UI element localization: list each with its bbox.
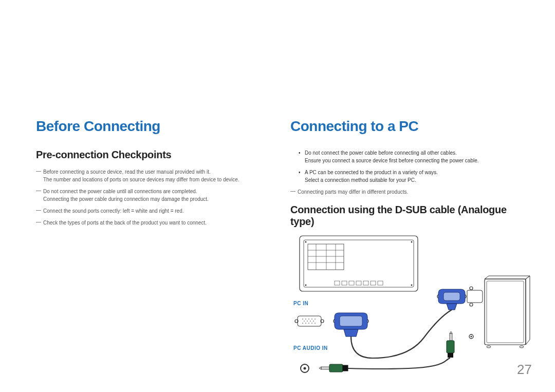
- svg-rect-51: [329, 364, 343, 372]
- svg-point-24: [470, 287, 473, 290]
- heading-connecting-pc: Connecting to a PC: [290, 118, 524, 135]
- svg-rect-52: [343, 365, 348, 371]
- heading-before-connecting: Before Connecting: [36, 118, 270, 135]
- svg-rect-9: [335, 281, 340, 285]
- svg-rect-20: [485, 279, 526, 345]
- left-column: Before Connecting Pre-connection Checkpo…: [36, 118, 270, 371]
- svg-point-43: [314, 323, 316, 324]
- svg-rect-55: [448, 353, 453, 358]
- svg-point-39: [302, 323, 303, 324]
- note-item: Before connecting a source device, read …: [36, 168, 270, 183]
- diagram-svg: [290, 235, 532, 392]
- audio-jack-left-icon: [319, 364, 348, 372]
- audio-port-product-icon: [301, 364, 309, 372]
- audio-jack-right-icon: [447, 331, 454, 358]
- svg-rect-53: [450, 333, 452, 341]
- svg-rect-15: [378, 281, 383, 285]
- label-pc-in: PC IN: [293, 301, 308, 306]
- note-item: Do not connect the power cable until all…: [36, 188, 270, 203]
- svg-point-31: [305, 319, 306, 320]
- svg-rect-12: [356, 281, 361, 285]
- audio-cable-icon: [348, 358, 451, 369]
- svg-point-32: [308, 319, 309, 320]
- svg-point-34: [314, 319, 316, 320]
- svg-point-19: [411, 285, 413, 286]
- svg-point-17: [411, 241, 413, 243]
- svg-point-40: [305, 323, 306, 324]
- manual-page: Before Connecting Pre-connection Checkpo…: [0, 0, 555, 392]
- svg-point-41: [308, 323, 309, 324]
- bullet-item: A PC can be connected to the product in …: [290, 169, 524, 184]
- svg-point-27: [470, 335, 472, 337]
- label-pc-audio-in: PC AUDIO IN: [293, 345, 328, 351]
- svg-rect-10: [342, 281, 347, 285]
- note-item: Connecting parts may differ in different…: [290, 188, 524, 196]
- vga-connector-left-icon: [334, 313, 368, 337]
- svg-rect-21: [487, 281, 524, 343]
- svg-point-16: [305, 241, 307, 243]
- svg-point-18: [305, 285, 307, 286]
- svg-point-36: [307, 321, 308, 322]
- svg-rect-50: [321, 367, 329, 369]
- svg-point-42: [311, 323, 312, 324]
- svg-point-33: [311, 319, 312, 320]
- connection-diagram: PC IN PC AUDIO IN: [290, 235, 524, 392]
- svg-point-23: [520, 346, 524, 348]
- bullet-item: Do not connect the power cable before co…: [290, 149, 524, 164]
- page-number: 27: [517, 362, 532, 378]
- svg-point-25: [470, 303, 473, 306]
- svg-point-30: [302, 319, 303, 320]
- svg-point-22: [487, 346, 491, 348]
- svg-point-37: [310, 321, 311, 322]
- svg-point-38: [313, 321, 314, 322]
- svg-rect-2: [308, 244, 344, 270]
- subheading-pre-connection: Pre-connection Checkpoints: [36, 149, 270, 161]
- note-item: Check the types of ports at the back of …: [36, 219, 270, 227]
- svg-rect-14: [371, 281, 376, 285]
- pc-tower-icon: [467, 276, 530, 348]
- subheading-dsub: Connection using the D-SUB cable (Analog…: [290, 204, 524, 228]
- vga-connector-right-icon: [437, 289, 466, 310]
- note-item: Connect the sound ports correctly: left …: [36, 207, 270, 215]
- svg-rect-1: [304, 240, 414, 287]
- right-column: Connecting to a PC Do not connect the po…: [290, 118, 524, 371]
- svg-rect-13: [363, 281, 368, 285]
- svg-rect-11: [349, 281, 354, 285]
- svg-point-35: [304, 321, 305, 322]
- svg-rect-54: [447, 341, 454, 353]
- monitor-back-icon: [300, 236, 418, 291]
- dsub-port-product-icon: [295, 316, 324, 326]
- svg-point-49: [304, 367, 306, 370]
